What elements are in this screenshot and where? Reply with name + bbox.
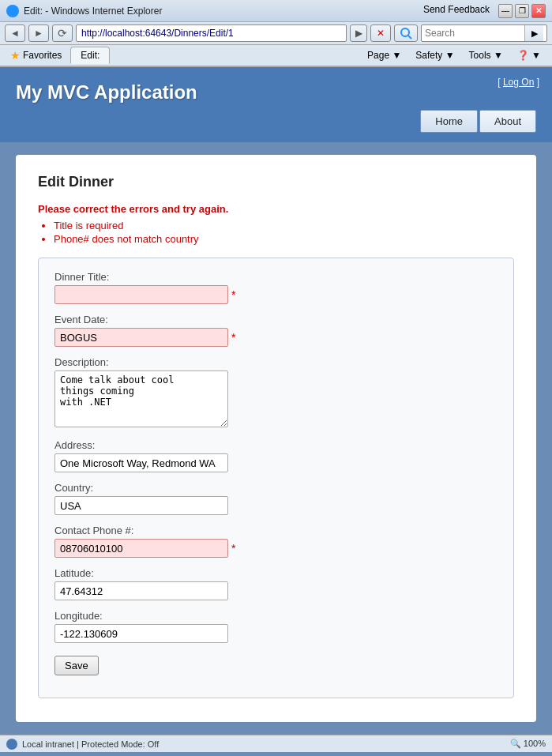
phone-input-row: * <box>54 539 498 558</box>
dinner-title-label: Dinner Title: <box>54 271 498 283</box>
form-group-latitude: Latitude: <box>54 567 498 600</box>
status-bar: Local intranet | Protected Mode: Off 🔍 1… <box>0 735 552 752</box>
form-group-save: Save <box>54 653 498 675</box>
search-go-button[interactable]: ▶ <box>524 25 543 41</box>
nav-menu: Home About <box>16 110 536 133</box>
dinner-title-input[interactable] <box>54 285 228 304</box>
country-input[interactable] <box>54 496 228 515</box>
favorites-label: Favorites <box>23 50 62 61</box>
help-menu[interactable]: ❓ ▼ <box>511 48 547 62</box>
title-bar: Edit: - Windows Internet Explorer Send F… <box>0 0 552 22</box>
live-search-icon <box>394 24 418 42</box>
status-icon <box>6 739 17 750</box>
save-button[interactable]: Save <box>54 656 99 675</box>
send-feedback-link[interactable]: Send Feedback <box>423 4 490 18</box>
zoom-level[interactable]: 🔍 100% <box>510 739 546 749</box>
status-right: 🔍 100% <box>510 739 546 749</box>
form-group-description: Description: Come talk about cool things… <box>54 356 498 430</box>
error-summary-title: Please correct the errors and try again. <box>38 203 514 215</box>
phone-required-star: * <box>231 542 235 555</box>
back-button[interactable]: ◄ <box>5 24 25 42</box>
ie-icon <box>6 5 19 17</box>
browser-tab-edit[interactable]: Edit: <box>70 47 110 64</box>
login-bracket-open: [ <box>498 77 503 88</box>
restore-button[interactable]: ❐ <box>515 4 529 18</box>
app-title: My MVC Application <box>16 81 536 103</box>
search-input[interactable] <box>422 26 524 40</box>
address-bar: ◄ ► ⟳ ▶ ✕ ▶ <box>0 22 552 45</box>
address-input[interactable] <box>54 453 228 472</box>
app-header: [ Log On ] My MVC Application Home About <box>0 67 552 142</box>
form-group-phone: Contact Phone #: * <box>54 525 498 558</box>
event-date-input[interactable] <box>54 328 228 347</box>
event-date-label: Event Date: <box>54 314 498 325</box>
title-bar-left: Edit: - Windows Internet Explorer <box>6 5 162 17</box>
nav-about[interactable]: About <box>479 110 536 133</box>
event-date-required-star: * <box>231 331 235 344</box>
description-textarea[interactable]: Come talk about cool things coming with … <box>54 370 228 427</box>
error-item-1: Phone# does not match country <box>54 233 514 245</box>
favorites-button[interactable]: ★ Favorites <box>5 47 67 64</box>
login-area: [ Log On ] <box>498 77 539 88</box>
minimize-button[interactable]: — <box>498 4 513 18</box>
status-text: Local intranet | Protected Mode: Off <box>22 739 159 749</box>
title-bar-buttons: Send Feedback — ❐ ✕ <box>423 4 546 18</box>
country-label: Country: <box>54 482 498 494</box>
content-box: Edit Dinner Please correct the errors an… <box>16 155 536 722</box>
form-group-longitude: Longitude: <box>54 610 498 643</box>
browser-chrome: Edit: - Windows Internet Explorer Send F… <box>0 0 552 67</box>
longitude-input[interactable] <box>54 624 228 643</box>
page-menu[interactable]: Page ▼ <box>361 48 407 62</box>
toolbar-bar: ★ Favorites Edit: Page ▼ Safety ▼ Tools … <box>0 45 552 66</box>
page-content: Edit Dinner Please correct the errors an… <box>0 142 552 735</box>
latitude-label: Latitude: <box>54 567 498 579</box>
svg-line-1 <box>408 36 411 39</box>
error-summary: Please correct the errors and try again.… <box>38 203 514 245</box>
close-button[interactable]: ✕ <box>531 4 546 18</box>
title-required-star: * <box>231 288 235 301</box>
login-bracket-close: ] <box>537 77 539 88</box>
form-group-event-date: Event Date: * <box>54 314 498 347</box>
toolbar-items: Page ▼ Safety ▼ Tools ▼ ❓ ▼ <box>361 48 547 62</box>
login-link[interactable]: Log On <box>503 77 534 88</box>
tools-menu[interactable]: Tools ▼ <box>463 48 509 62</box>
form-group-address: Address: <box>54 439 498 472</box>
url-input[interactable] <box>76 24 347 42</box>
go-button[interactable]: ▶ <box>350 24 367 42</box>
search-box: ▶ <box>421 24 547 42</box>
address-label: Address: <box>54 439 498 451</box>
form-group-title: Dinner Title: * <box>54 271 498 304</box>
browser-title: Edit: - Windows Internet Explorer <box>24 6 162 17</box>
nav-home[interactable]: Home <box>420 110 478 133</box>
description-label: Description: <box>54 356 498 368</box>
contact-phone-input[interactable] <box>54 539 228 558</box>
event-date-input-row: * <box>54 328 498 347</box>
contact-phone-label: Contact Phone #: <box>54 525 498 536</box>
star-icon: ★ <box>10 49 21 62</box>
status-left: Local intranet | Protected Mode: Off <box>6 739 159 750</box>
safety-menu[interactable]: Safety ▼ <box>409 48 460 62</box>
page-heading: Edit Dinner <box>38 174 514 190</box>
error-list: Title is required Phone# does not match … <box>38 220 514 245</box>
form-group-country: Country: <box>54 482 498 515</box>
longitude-label: Longitude: <box>54 610 498 622</box>
refresh-button[interactable]: ⟳ <box>52 24 73 42</box>
title-input-row: * <box>54 285 498 304</box>
svg-point-0 <box>401 28 409 36</box>
stop-button[interactable]: ✕ <box>370 24 391 42</box>
forward-button[interactable]: ► <box>28 24 49 42</box>
latitude-input[interactable] <box>54 581 228 600</box>
error-item-0: Title is required <box>54 220 514 231</box>
form-section: Dinner Title: * Event Date: * Descriptio… <box>38 258 514 698</box>
